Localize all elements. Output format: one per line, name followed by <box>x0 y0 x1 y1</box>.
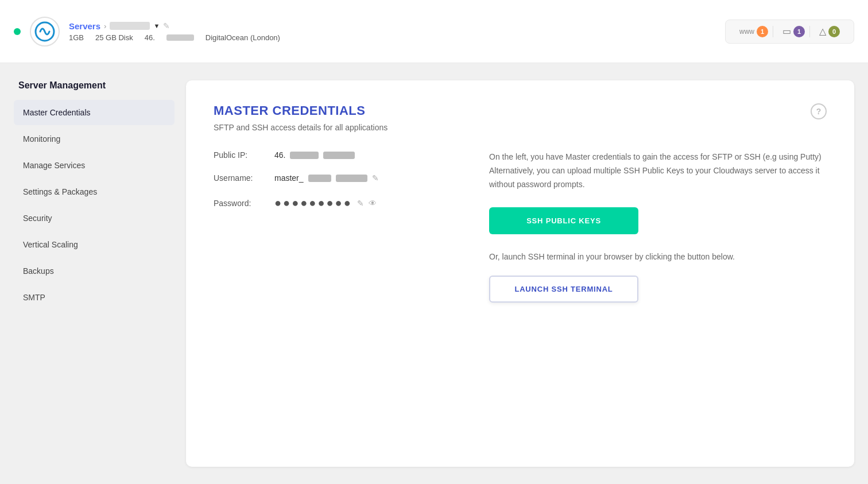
server-meta: 1GB 25 GB Disk 46. DigitalOcean (London) <box>69 33 280 42</box>
sidebar-label-vertical-scaling: Vertical Scaling <box>23 240 78 249</box>
sidebar-label-monitoring: Monitoring <box>23 134 60 144</box>
users-count: 0 <box>828 26 840 37</box>
www-badge[interactable]: www 1 <box>735 26 773 37</box>
panel-title: MASTER CREDENTIALS <box>214 103 388 118</box>
ip-partial: 46. <box>145 33 155 42</box>
sidebar-item-smtp[interactable]: SMTP <box>14 285 175 310</box>
sidebar-item-monitoring[interactable]: Monitoring <box>14 126 175 152</box>
public-ip-label: Public IP: <box>214 150 265 160</box>
topbar-badges: www 1 ▭ 1 △ 0 <box>725 20 854 44</box>
main-layout: Server Management Master Credentials Mon… <box>0 63 868 484</box>
username-blur-2 <box>336 175 367 182</box>
public-ip-value: 46. <box>274 150 355 160</box>
files-count: 1 <box>793 26 805 37</box>
sidebar-item-manage-services[interactable]: Manage Services <box>14 153 175 178</box>
panel-subtitle: SFTP and SSH access details for all appl… <box>214 123 388 132</box>
password-row: Password: ●●●●●●●●● ✎ 👁 <box>214 196 455 210</box>
password-label: Password: <box>214 199 265 208</box>
username-value: master_ ✎ <box>274 173 379 183</box>
breadcrumb-chevron: › <box>104 22 106 30</box>
servers-link[interactable]: Servers <box>69 21 100 31</box>
content-panel: MASTER CREDENTIALS SFTP and SSH access d… <box>186 80 854 467</box>
user-icon: △ <box>819 26 826 37</box>
sidebar-label-smtp: SMTP <box>23 293 45 302</box>
password-dots: ●●●●●●●●● <box>274 196 352 210</box>
status-dot <box>14 28 21 35</box>
sidebar-item-security[interactable]: Security <box>14 206 175 231</box>
password-value: ●●●●●●●●● ✎ 👁 <box>274 196 377 210</box>
launch-ssh-terminal-button[interactable]: LAUNCH SSH TERMINAL <box>489 276 638 303</box>
server-name-blur <box>110 22 150 30</box>
ip-blur-2 <box>323 152 355 159</box>
logo <box>30 17 60 47</box>
sidebar-label-settings-packages: Settings & Packages <box>23 187 97 196</box>
www-count: 1 <box>757 26 768 37</box>
username-row: Username: master_ ✎ <box>214 173 455 183</box>
sidebar: Server Management Master Credentials Mon… <box>14 80 186 467</box>
sidebar-label-manage-services: Manage Services <box>23 161 85 170</box>
password-edit-icon[interactable]: ✎ <box>357 199 364 208</box>
sidebar-item-settings-packages[interactable]: Settings & Packages <box>14 179 175 204</box>
ip-text: 46. <box>274 150 285 160</box>
credentials-section: Public IP: 46. Username: master_ ✎ <box>214 150 455 303</box>
dropdown-arrow-icon[interactable]: ▼ <box>153 22 160 29</box>
panel-title-section: MASTER CREDENTIALS SFTP and SSH access d… <box>214 103 388 132</box>
sidebar-label-backups: Backups <box>23 266 54 276</box>
files-icon: ▭ <box>782 26 791 37</box>
sidebar-item-master-credentials[interactable]: Master Credentials <box>14 100 175 125</box>
topbar: Servers › ▼ ✎ 1GB 25 GB Disk 46. Digital… <box>0 0 868 63</box>
files-badge[interactable]: ▭ 1 <box>778 26 810 37</box>
datacenter-label: DigitalOcean (London) <box>206 33 280 42</box>
password-show-icon[interactable]: 👁 <box>369 199 377 208</box>
info-text-1: On the left, you have Master credentials… <box>489 150 827 191</box>
sidebar-label-master-credentials: Master Credentials <box>23 108 91 117</box>
username-blur-1 <box>308 175 331 182</box>
sidebar-heading: Server Management <box>14 80 175 91</box>
users-badge[interactable]: △ 0 <box>815 26 844 37</box>
www-label: www <box>739 28 754 36</box>
public-ip-row: Public IP: 46. <box>214 150 455 160</box>
ip-blur <box>166 34 194 41</box>
username-edit-icon[interactable]: ✎ <box>372 173 379 183</box>
info-section: On the left, you have Master credentials… <box>489 150 827 303</box>
content-body: Public IP: 46. Username: master_ ✎ <box>214 150 827 303</box>
disk-label: 25 GB Disk <box>95 33 133 42</box>
server-info: Servers › ▼ ✎ 1GB 25 GB Disk 46. Digital… <box>69 21 280 42</box>
server-nav: Servers › ▼ ✎ <box>69 21 280 31</box>
topbar-left: Servers › ▼ ✎ 1GB 25 GB Disk 46. Digital… <box>14 17 280 47</box>
ram-label: 1GB <box>69 33 84 42</box>
edit-server-icon[interactable]: ✎ <box>163 21 170 30</box>
info-text-2: Or, launch SSH terminal in your browser … <box>489 250 827 264</box>
username-label: Username: <box>214 173 265 183</box>
ip-blur-1 <box>290 152 319 159</box>
ssh-public-keys-button[interactable]: SSH PUBLIC KEYS <box>489 207 638 234</box>
sidebar-label-security: Security <box>23 214 52 223</box>
sidebar-item-backups[interactable]: Backups <box>14 258 175 284</box>
username-prefix: master_ <box>274 173 304 183</box>
panel-header: MASTER CREDENTIALS SFTP and SSH access d… <box>214 103 827 132</box>
help-icon[interactable]: ? <box>811 103 827 119</box>
sidebar-item-vertical-scaling[interactable]: Vertical Scaling <box>14 232 175 257</box>
